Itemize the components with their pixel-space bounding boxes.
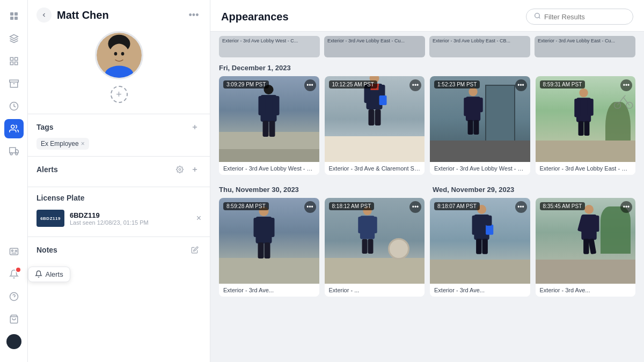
bottom-dates-container: Thu, November 30, 2023 Wed, November 29,… [219, 179, 635, 198]
svg-rect-63 [578, 121, 583, 135]
back-button[interactable] [36, 8, 52, 23]
svg-point-13 [11, 250, 13, 252]
card-menu-6[interactable]: ••• [409, 201, 421, 213]
svg-rect-67 [253, 218, 260, 237]
card-menu-2[interactable]: ••• [409, 79, 421, 91]
date-header-thu: Thu, November 30, 2023 [219, 186, 427, 194]
nav-icon-help[interactable] [4, 287, 24, 306]
nav-icon-dashboard[interactable] [4, 29, 24, 48]
appearance-card-4[interactable]: 8:59:31 AM PST ••• Exterior - 3rd Ave Lo… [536, 76, 636, 175]
nav-icon-analytics[interactable] [4, 97, 24, 116]
svg-point-10 [10, 153, 12, 155]
card-menu-4[interactable]: ••• [620, 79, 632, 91]
svg-point-48 [469, 87, 477, 96]
appearance-card-6[interactable]: 8:18:12 AM PST ••• Exterior - ... [325, 198, 425, 297]
nav-icon-grid[interactable] [4, 6, 24, 26]
svg-rect-1 [14, 57, 17, 60]
card-timestamp-2: 10:12:25 AM PST [329, 80, 377, 88]
svg-rect-76 [368, 239, 374, 254]
card-thumb-4: 8:59:31 AM PST ••• [536, 76, 636, 162]
appearances-grid-fri: 3:09:29 PM PST ••• Exterior - 3rd Ave Lo… [219, 76, 635, 175]
top-strip: Exterior - 3rd Ave Lobby West - C... Ext… [219, 34, 635, 57]
card-thumb-1: 3:09:29 PM PST ••• [219, 76, 319, 162]
nav-icon-archive[interactable] [4, 74, 24, 93]
svg-rect-37 [273, 96, 280, 115]
lp-info: 6BDZ119 Last seen 12/08/23, 01:15 PM [70, 211, 191, 226]
card-menu-7[interactable]: ••• [515, 201, 527, 213]
appearance-card-3[interactable]: 1:52:23 PM PST ••• Exterior - 3rd Ave Lo… [430, 76, 530, 175]
appearance-card-2[interactable]: 10:12:25 AM PST ••• Exterior - 3rd Ave &… [325, 76, 425, 175]
svg-rect-79 [472, 216, 478, 235]
strip-item-1[interactable]: Exterior - 3rd Ave Lobby West - C... [219, 36, 320, 57]
svg-rect-3 [14, 62, 17, 65]
add-alert-button[interactable] [188, 163, 201, 176]
svg-rect-87 [593, 216, 599, 232]
card-thumb-8: 8:35:45 AM PST ••• [536, 198, 636, 284]
user-avatar-nav[interactable] [4, 332, 24, 351]
edit-notes-button[interactable] [188, 243, 201, 256]
strip-item-2[interactable]: Exterior - 3rd Ave Lobby East - Cu... [324, 36, 425, 57]
avatar-circle [6, 334, 21, 349]
svg-rect-75 [362, 239, 368, 254]
tags-label: Tags [36, 123, 54, 131]
tags-container: Ex Employee × [36, 138, 201, 150]
card-label-8: Exterior - 3rd Ave... [536, 284, 636, 297]
appearance-card-8[interactable]: 8:35:45 AM PST ••• Exterior - 3rd Ave... [536, 198, 636, 297]
lp-last-seen: Last seen 12/08/23, 01:15 PM [70, 219, 191, 226]
appearances-header: Appearances [210, 0, 644, 32]
strip-item-3[interactable]: Exterior - 3rd Ave Lobby East - CB... [429, 36, 530, 57]
svg-point-7 [11, 125, 14, 128]
alerts-label: Alerts [36, 165, 58, 174]
card-timestamp-5: 8:59:28 AM PST [223, 202, 269, 210]
svg-rect-61 [574, 99, 580, 117]
sidebar: Alerts [0, 0, 28, 362]
svg-rect-51 [477, 98, 483, 112]
nav-icon-bag[interactable] [4, 309, 24, 329]
add-tag-button[interactable] [188, 121, 201, 134]
filter-input[interactable] [544, 13, 625, 21]
tag-remove-button[interactable]: × [81, 141, 85, 147]
nav-icon-vehicle[interactable] [4, 142, 24, 161]
svg-point-59 [579, 88, 588, 97]
svg-rect-53 [473, 120, 479, 135]
svg-rect-64 [584, 121, 589, 135]
card-menu-8[interactable]: ••• [620, 201, 632, 213]
svg-rect-81 [486, 216, 492, 226]
appearance-card-5[interactable]: 8:59:28 AM PST ••• Exterior - 3rd Ave... [219, 198, 319, 297]
svg-rect-89 [588, 238, 596, 254]
license-plate-item: 6BDZ119 6BDZ119 Last seen 12/08/23, 01:1… [36, 206, 201, 230]
strip-label-3: Exterior - 3rd Ave Lobby East - CB... [433, 38, 510, 43]
nav-icon-layout[interactable] [4, 51, 24, 71]
card-menu-5[interactable]: ••• [304, 201, 316, 213]
tags-section: Tags Ex Employee × [28, 116, 210, 154]
appearance-card-7[interactable]: 8:18:07 AM PST ••• Exterior - 3rd Ave... [430, 198, 530, 297]
card-thumb-7: 8:18:07 AM PST ••• [430, 198, 530, 284]
card-label-7: Exterior - 3rd Ave... [430, 284, 530, 297]
card-thumb-3: 1:52:23 PM PST ••• [430, 76, 530, 162]
card-label-5: Exterior - 3rd Ave... [219, 284, 319, 297]
appearances-scroll[interactable]: Exterior - 3rd Ave Lobby West - C... Ext… [210, 32, 644, 362]
svg-rect-70 [264, 242, 270, 258]
profile-avatar [95, 31, 143, 79]
nav-icon-alerts[interactable]: Alerts [4, 264, 24, 284]
card-menu-1[interactable]: ••• [304, 79, 316, 91]
lp-remove-button[interactable]: × [196, 213, 201, 223]
strip-item-4[interactable]: Exterior - 3rd Ave Lobby East - Cu... [535, 36, 635, 57]
nav-icon-id[interactable] [4, 242, 24, 261]
alert-tooltip-label: Alerts [46, 270, 63, 278]
svg-line-58 [624, 95, 626, 98]
appearance-card-1[interactable]: 3:09:29 PM PST ••• Exterior - 3rd Ave Lo… [219, 76, 319, 175]
tag-ex-employee: Ex Employee × [36, 138, 89, 150]
date-header-wed: Wed, November 29, 2023 [427, 186, 635, 194]
svg-point-32 [535, 13, 540, 18]
card-timestamp-8: 8:35:45 AM PST [540, 202, 586, 210]
filter-input-wrap [526, 9, 633, 25]
svg-rect-69 [258, 242, 264, 258]
person-more-button[interactable]: ••• [186, 8, 201, 23]
nav-icon-people[interactable] [4, 119, 24, 138]
card-menu-3[interactable]: ••• [515, 79, 527, 91]
alerts-settings-button[interactable] [173, 163, 186, 176]
add-photo-button[interactable]: + [111, 86, 128, 103]
svg-rect-45 [379, 95, 386, 105]
svg-point-84 [584, 205, 594, 214]
